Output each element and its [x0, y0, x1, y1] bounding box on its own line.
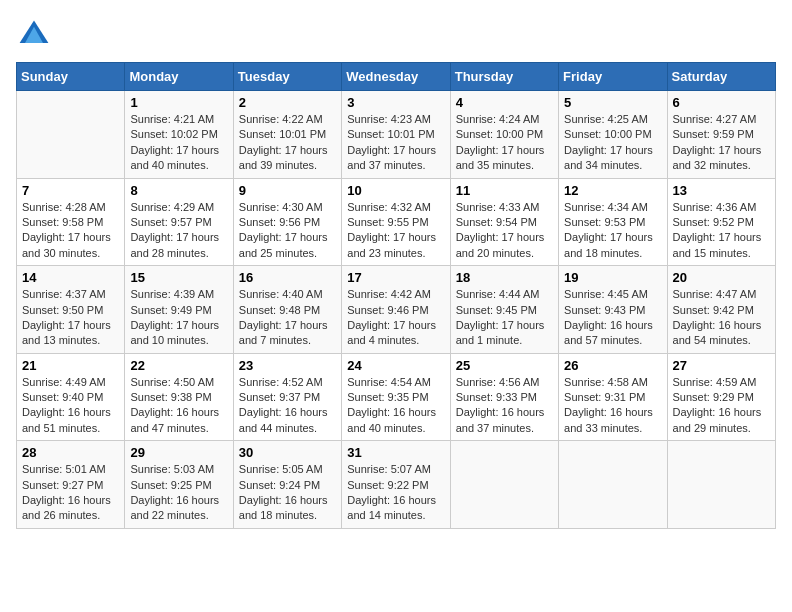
header-day-thursday: Thursday: [450, 63, 558, 91]
day-info: Sunrise: 4:49 AM Sunset: 9:40 PM Dayligh…: [22, 375, 119, 437]
logo-icon: [16, 16, 52, 52]
day-cell: 29Sunrise: 5:03 AM Sunset: 9:25 PM Dayli…: [125, 441, 233, 529]
day-number: 25: [456, 358, 553, 373]
day-info: Sunrise: 4:39 AM Sunset: 9:49 PM Dayligh…: [130, 287, 227, 349]
day-cell: 6Sunrise: 4:27 AM Sunset: 9:59 PM Daylig…: [667, 91, 775, 179]
day-number: 7: [22, 183, 119, 198]
day-info: Sunrise: 4:50 AM Sunset: 9:38 PM Dayligh…: [130, 375, 227, 437]
day-number: 19: [564, 270, 661, 285]
day-number: 17: [347, 270, 444, 285]
header-day-sunday: Sunday: [17, 63, 125, 91]
day-info: Sunrise: 4:42 AM Sunset: 9:46 PM Dayligh…: [347, 287, 444, 349]
day-number: 21: [22, 358, 119, 373]
week-row-3: 14Sunrise: 4:37 AM Sunset: 9:50 PM Dayli…: [17, 266, 776, 354]
day-cell: 14Sunrise: 4:37 AM Sunset: 9:50 PM Dayli…: [17, 266, 125, 354]
day-info: Sunrise: 5:07 AM Sunset: 9:22 PM Dayligh…: [347, 462, 444, 524]
day-number: 22: [130, 358, 227, 373]
calendar-header: SundayMondayTuesdayWednesdayThursdayFrid…: [17, 63, 776, 91]
day-cell: 2Sunrise: 4:22 AM Sunset: 10:01 PM Dayli…: [233, 91, 341, 179]
day-info: Sunrise: 4:59 AM Sunset: 9:29 PM Dayligh…: [673, 375, 770, 437]
day-cell: 28Sunrise: 5:01 AM Sunset: 9:27 PM Dayli…: [17, 441, 125, 529]
day-info: Sunrise: 5:03 AM Sunset: 9:25 PM Dayligh…: [130, 462, 227, 524]
day-info: Sunrise: 4:52 AM Sunset: 9:37 PM Dayligh…: [239, 375, 336, 437]
header-day-monday: Monday: [125, 63, 233, 91]
day-number: 4: [456, 95, 553, 110]
day-cell: 3Sunrise: 4:23 AM Sunset: 10:01 PM Dayli…: [342, 91, 450, 179]
calendar-body: 1Sunrise: 4:21 AM Sunset: 10:02 PM Dayli…: [17, 91, 776, 529]
day-info: Sunrise: 5:05 AM Sunset: 9:24 PM Dayligh…: [239, 462, 336, 524]
day-cell: 25Sunrise: 4:56 AM Sunset: 9:33 PM Dayli…: [450, 353, 558, 441]
day-cell: [667, 441, 775, 529]
day-cell: 23Sunrise: 4:52 AM Sunset: 9:37 PM Dayli…: [233, 353, 341, 441]
day-number: 14: [22, 270, 119, 285]
page-header: [16, 16, 776, 52]
day-cell: [559, 441, 667, 529]
day-cell: 20Sunrise: 4:47 AM Sunset: 9:42 PM Dayli…: [667, 266, 775, 354]
day-cell: 4Sunrise: 4:24 AM Sunset: 10:00 PM Dayli…: [450, 91, 558, 179]
day-info: Sunrise: 4:23 AM Sunset: 10:01 PM Daylig…: [347, 112, 444, 174]
day-cell: 27Sunrise: 4:59 AM Sunset: 9:29 PM Dayli…: [667, 353, 775, 441]
day-cell: 12Sunrise: 4:34 AM Sunset: 9:53 PM Dayli…: [559, 178, 667, 266]
day-cell: [450, 441, 558, 529]
day-info: Sunrise: 4:56 AM Sunset: 9:33 PM Dayligh…: [456, 375, 553, 437]
day-cell: 8Sunrise: 4:29 AM Sunset: 9:57 PM Daylig…: [125, 178, 233, 266]
week-row-1: 1Sunrise: 4:21 AM Sunset: 10:02 PM Dayli…: [17, 91, 776, 179]
day-info: Sunrise: 4:24 AM Sunset: 10:00 PM Daylig…: [456, 112, 553, 174]
day-cell: 7Sunrise: 4:28 AM Sunset: 9:58 PM Daylig…: [17, 178, 125, 266]
day-cell: 18Sunrise: 4:44 AM Sunset: 9:45 PM Dayli…: [450, 266, 558, 354]
day-cell: 1Sunrise: 4:21 AM Sunset: 10:02 PM Dayli…: [125, 91, 233, 179]
day-number: 11: [456, 183, 553, 198]
day-info: Sunrise: 4:34 AM Sunset: 9:53 PM Dayligh…: [564, 200, 661, 262]
day-number: 10: [347, 183, 444, 198]
day-number: 5: [564, 95, 661, 110]
day-number: 28: [22, 445, 119, 460]
week-row-2: 7Sunrise: 4:28 AM Sunset: 9:58 PM Daylig…: [17, 178, 776, 266]
day-info: Sunrise: 4:40 AM Sunset: 9:48 PM Dayligh…: [239, 287, 336, 349]
day-info: Sunrise: 4:54 AM Sunset: 9:35 PM Dayligh…: [347, 375, 444, 437]
day-number: 9: [239, 183, 336, 198]
header-row: SundayMondayTuesdayWednesdayThursdayFrid…: [17, 63, 776, 91]
day-info: Sunrise: 5:01 AM Sunset: 9:27 PM Dayligh…: [22, 462, 119, 524]
day-number: 2: [239, 95, 336, 110]
day-cell: 13Sunrise: 4:36 AM Sunset: 9:52 PM Dayli…: [667, 178, 775, 266]
day-info: Sunrise: 4:30 AM Sunset: 9:56 PM Dayligh…: [239, 200, 336, 262]
day-number: 27: [673, 358, 770, 373]
day-number: 15: [130, 270, 227, 285]
day-info: Sunrise: 4:33 AM Sunset: 9:54 PM Dayligh…: [456, 200, 553, 262]
day-cell: 11Sunrise: 4:33 AM Sunset: 9:54 PM Dayli…: [450, 178, 558, 266]
day-info: Sunrise: 4:37 AM Sunset: 9:50 PM Dayligh…: [22, 287, 119, 349]
week-row-5: 28Sunrise: 5:01 AM Sunset: 9:27 PM Dayli…: [17, 441, 776, 529]
day-info: Sunrise: 4:29 AM Sunset: 9:57 PM Dayligh…: [130, 200, 227, 262]
day-cell: 17Sunrise: 4:42 AM Sunset: 9:46 PM Dayli…: [342, 266, 450, 354]
day-info: Sunrise: 4:36 AM Sunset: 9:52 PM Dayligh…: [673, 200, 770, 262]
day-number: 8: [130, 183, 227, 198]
header-day-saturday: Saturday: [667, 63, 775, 91]
day-number: 30: [239, 445, 336, 460]
day-number: 24: [347, 358, 444, 373]
day-cell: 16Sunrise: 4:40 AM Sunset: 9:48 PM Dayli…: [233, 266, 341, 354]
day-number: 13: [673, 183, 770, 198]
day-cell: 15Sunrise: 4:39 AM Sunset: 9:49 PM Dayli…: [125, 266, 233, 354]
day-cell: [17, 91, 125, 179]
day-info: Sunrise: 4:45 AM Sunset: 9:43 PM Dayligh…: [564, 287, 661, 349]
day-info: Sunrise: 4:58 AM Sunset: 9:31 PM Dayligh…: [564, 375, 661, 437]
day-info: Sunrise: 4:28 AM Sunset: 9:58 PM Dayligh…: [22, 200, 119, 262]
header-day-friday: Friday: [559, 63, 667, 91]
day-cell: 21Sunrise: 4:49 AM Sunset: 9:40 PM Dayli…: [17, 353, 125, 441]
header-day-wednesday: Wednesday: [342, 63, 450, 91]
day-info: Sunrise: 4:32 AM Sunset: 9:55 PM Dayligh…: [347, 200, 444, 262]
day-number: 26: [564, 358, 661, 373]
week-row-4: 21Sunrise: 4:49 AM Sunset: 9:40 PM Dayli…: [17, 353, 776, 441]
day-info: Sunrise: 4:44 AM Sunset: 9:45 PM Dayligh…: [456, 287, 553, 349]
day-number: 31: [347, 445, 444, 460]
header-day-tuesday: Tuesday: [233, 63, 341, 91]
day-cell: 10Sunrise: 4:32 AM Sunset: 9:55 PM Dayli…: [342, 178, 450, 266]
day-info: Sunrise: 4:27 AM Sunset: 9:59 PM Dayligh…: [673, 112, 770, 174]
day-info: Sunrise: 4:47 AM Sunset: 9:42 PM Dayligh…: [673, 287, 770, 349]
day-cell: 30Sunrise: 5:05 AM Sunset: 9:24 PM Dayli…: [233, 441, 341, 529]
day-cell: 5Sunrise: 4:25 AM Sunset: 10:00 PM Dayli…: [559, 91, 667, 179]
day-number: 12: [564, 183, 661, 198]
day-cell: 24Sunrise: 4:54 AM Sunset: 9:35 PM Dayli…: [342, 353, 450, 441]
day-number: 6: [673, 95, 770, 110]
calendar-table: SundayMondayTuesdayWednesdayThursdayFrid…: [16, 62, 776, 529]
